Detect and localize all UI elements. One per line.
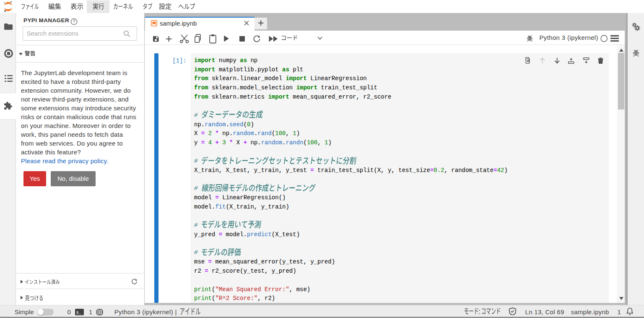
svg-text:$_: $_ (76, 311, 81, 315)
svg-text:?: ? (73, 19, 75, 24)
